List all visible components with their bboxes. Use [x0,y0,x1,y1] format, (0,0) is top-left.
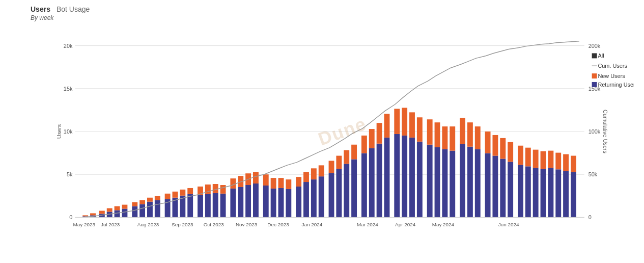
svg-text:0: 0 [589,214,592,220]
svg-rect-124 [518,146,523,165]
svg-rect-120 [500,138,506,159]
svg-rect-83 [351,159,357,217]
svg-text:Sep 2023: Sep 2023 [172,222,193,227]
svg-rect-126 [525,148,531,167]
svg-rect-100 [417,117,423,142]
svg-text:Jan 2024: Jan 2024 [302,222,323,227]
svg-rect-72 [303,172,309,182]
svg-rect-59 [253,183,259,217]
svg-rect-22 [99,211,105,214]
svg-rect-51 [220,194,226,218]
svg-rect-31 [139,204,145,218]
chart-container: Users Bot Usage By week Dune 0 5k 10k 15… [0,0,644,263]
svg-rect-133 [555,169,561,217]
svg-rect-24 [107,208,113,212]
svg-text:Jun 2024: Jun 2024 [498,222,519,227]
svg-rect-105 [442,149,447,218]
svg-rect-135 [563,171,569,217]
svg-rect-114 [475,126,481,149]
svg-rect-129 [541,169,546,217]
svg-rect-116 [485,132,491,153]
subtitle: By week [31,14,634,21]
svg-text:Users: Users [56,124,62,139]
svg-rect-42 [180,190,185,196]
svg-rect-27 [122,209,127,218]
svg-rect-81 [344,164,349,217]
svg-rect-130 [541,151,546,169]
svg-rect-106 [442,126,447,149]
svg-rect-63 [271,189,276,217]
svg-text:15k: 15k [64,86,73,92]
svg-rect-70 [296,177,301,187]
svg-rect-66 [278,178,284,188]
svg-text:20k: 20k [64,43,73,49]
svg-rect-79 [336,169,342,217]
svg-rect-87 [369,148,375,218]
svg-rect-29 [132,206,137,218]
svg-rect-71 [303,182,309,217]
svg-text:100k: 100k [589,128,601,135]
svg-text:Mar 2024: Mar 2024 [357,222,378,227]
svg-rect-152 [592,53,597,58]
svg-rect-65 [278,188,284,217]
svg-rect-97 [409,138,415,217]
svg-text:All: All [598,52,604,59]
svg-rect-134 [555,153,561,170]
svg-text:Dec 2023: Dec 2023 [267,222,289,227]
svg-rect-99 [417,142,423,218]
svg-rect-52 [220,185,226,194]
svg-rect-62 [263,174,269,186]
svg-rect-132 [548,151,553,168]
title-users: Users [31,5,50,13]
svg-rect-98 [409,112,415,138]
svg-rect-47 [205,194,211,218]
svg-rect-111 [467,147,473,218]
svg-rect-115 [485,153,491,218]
svg-rect-68 [286,179,291,189]
svg-rect-91 [384,138,390,217]
svg-text:Oct 2023: Oct 2023 [204,222,225,227]
svg-rect-89 [377,144,382,218]
svg-rect-35 [155,200,160,218]
svg-rect-131 [548,168,553,217]
chart-svg: 0 5k 10k 15k 20k Users 0 50k 100k 150k 2… [31,25,634,238]
chart-title: Users Bot Usage [31,5,634,13]
svg-rect-60 [253,172,259,183]
svg-rect-55 [238,187,243,217]
svg-rect-44 [187,188,193,194]
svg-text:200k: 200k [589,43,601,49]
svg-rect-123 [518,165,523,217]
svg-rect-104 [435,122,440,147]
svg-rect-75 [319,176,324,217]
svg-rect-28 [122,205,127,209]
svg-rect-61 [263,186,269,217]
svg-rect-136 [563,154,569,171]
svg-rect-127 [533,168,539,217]
svg-rect-117 [492,156,498,218]
svg-text:May 2024: May 2024 [432,222,455,227]
svg-rect-82 [344,150,349,164]
svg-rect-86 [361,136,367,153]
svg-rect-158 [592,82,597,87]
svg-rect-30 [132,202,137,206]
svg-rect-20 [90,213,96,215]
svg-text:Apr 2024: Apr 2024 [395,222,416,227]
chart-area: Dune 0 5k 10k 15k 20k Users 0 50k 100k 1… [31,25,634,238]
svg-rect-110 [460,118,465,144]
svg-rect-33 [147,202,153,218]
svg-rect-48 [205,185,211,194]
svg-text:Nov 2023: Nov 2023 [236,222,258,227]
svg-rect-95 [402,136,407,217]
svg-rect-32 [139,200,145,204]
svg-text:Cum. Users: Cum. Users [598,63,627,69]
svg-rect-40 [173,192,178,198]
svg-rect-108 [450,126,455,151]
svg-text:5k: 5k [67,171,73,177]
svg-rect-74 [311,168,317,179]
svg-rect-38 [165,194,171,199]
svg-rect-137 [571,172,576,217]
svg-rect-54 [230,178,236,189]
svg-rect-88 [369,129,375,148]
svg-rect-73 [311,179,317,217]
svg-rect-64 [271,178,276,189]
